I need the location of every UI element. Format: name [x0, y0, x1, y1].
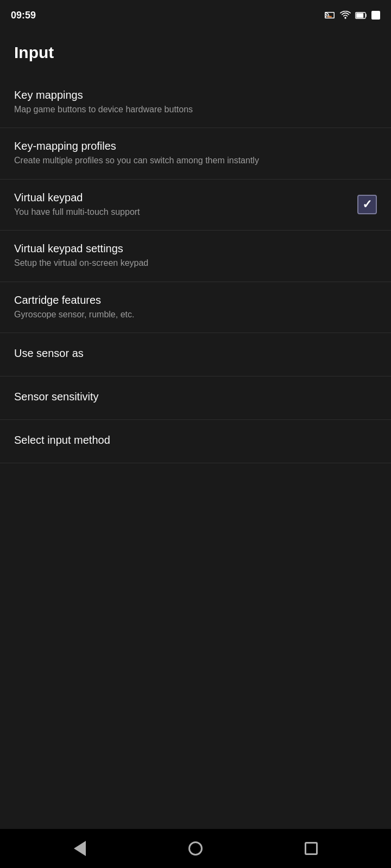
- battery-icon: [355, 12, 367, 19]
- checkbox-checkmark: ✓: [362, 199, 372, 210]
- wifi-icon: [340, 11, 351, 20]
- nav-back-button[interactable]: [66, 835, 93, 862]
- settings-list: Key mappings Map game buttons to device …: [0, 77, 391, 646]
- svg-point-2: [344, 17, 346, 18]
- settings-item-content: Cartridge features Gyroscope sensor, rum…: [14, 294, 377, 321]
- settings-item-key-mappings[interactable]: Key mappings Map game buttons to device …: [0, 77, 391, 128]
- settings-item-key-mapping-profiles[interactable]: Key-mapping profiles Create multiple pro…: [0, 128, 391, 179]
- settings-item-content: Virtual keypad settings Setup the virtua…: [14, 242, 377, 269]
- cast-icon: [324, 10, 336, 20]
- settings-item-title: Key-mapping profiles: [14, 140, 377, 152]
- back-icon: [74, 841, 86, 856]
- status-icons: [324, 10, 380, 20]
- settings-item-subtitle: Setup the virtual on-screen keypad: [14, 257, 377, 269]
- status-time: 09:59: [11, 10, 36, 21]
- settings-item-content: Use sensor as: [14, 347, 377, 362]
- virtual-keypad-checkbox[interactable]: ✓: [357, 195, 377, 214]
- settings-item-use-sensor-as[interactable]: Use sensor as: [0, 333, 391, 376]
- settings-item-subtitle: Map game buttons to device hardware butt…: [14, 104, 377, 116]
- status-indicator: [371, 11, 380, 20]
- settings-item-cartridge-features[interactable]: Cartridge features Gyroscope sensor, rum…: [0, 282, 391, 333]
- home-icon: [188, 841, 203, 856]
- settings-item-content: Key-mapping profiles Create multiple pro…: [14, 140, 377, 167]
- settings-item-title: Use sensor as: [14, 347, 377, 360]
- settings-item-content: Sensor sensitivity: [14, 391, 377, 405]
- settings-item-title: Key mappings: [14, 89, 377, 101]
- settings-item-virtual-keypad[interactable]: Virtual keypad You have full multi-touch…: [0, 180, 391, 231]
- status-bar: 09:59: [0, 0, 391, 30]
- settings-item-title: Sensor sensitivity: [14, 391, 377, 403]
- settings-item-title: Virtual keypad: [14, 192, 349, 204]
- nav-home-button[interactable]: [182, 835, 209, 862]
- settings-item-select-input-method[interactable]: Select input method: [0, 420, 391, 463]
- page-title: Input: [0, 30, 391, 77]
- settings-item-subtitle: Gyroscope sensor, rumble, etc.: [14, 309, 377, 321]
- settings-item-title: Virtual keypad settings: [14, 242, 377, 255]
- recent-icon: [305, 842, 318, 855]
- settings-item-title: Cartridge features: [14, 294, 377, 307]
- settings-item-content: Virtual keypad You have full multi-touch…: [14, 192, 349, 218]
- settings-item-content: Key mappings Map game buttons to device …: [14, 89, 377, 116]
- settings-item-content: Select input method: [14, 434, 377, 449]
- settings-item-virtual-keypad-settings[interactable]: Virtual keypad settings Setup the virtua…: [0, 231, 391, 282]
- svg-rect-4: [356, 13, 364, 17]
- settings-item-title: Select input method: [14, 434, 377, 446]
- settings-item-sensor-sensitivity[interactable]: Sensor sensitivity: [0, 376, 391, 420]
- empty-space: [0, 646, 391, 829]
- settings-item-subtitle: Create multiple profiles so you can swit…: [14, 155, 377, 167]
- svg-rect-1: [327, 16, 332, 17]
- settings-item-subtitle: You have full multi-touch support: [14, 206, 349, 218]
- navigation-bar: [0, 829, 391, 868]
- nav-recent-button[interactable]: [298, 835, 325, 862]
